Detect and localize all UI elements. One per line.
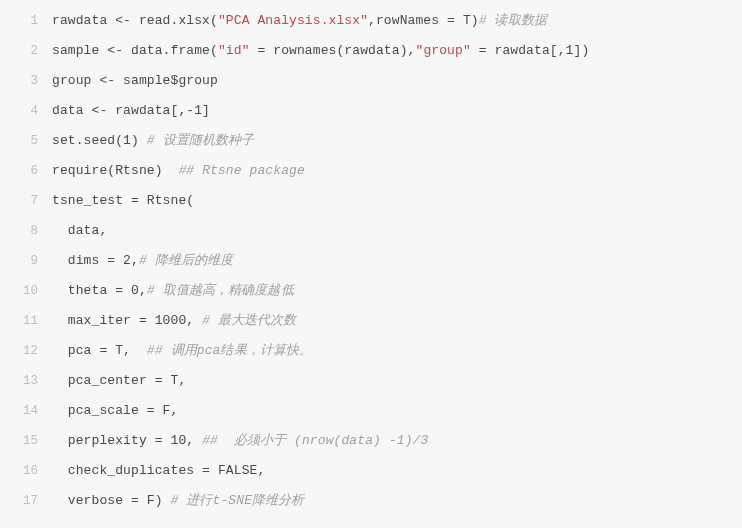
code-token: data,	[52, 223, 107, 238]
code-line: 5set.seed(1) # 设置随机数种子	[0, 126, 742, 156]
line-number: 15	[0, 427, 52, 456]
code-token: # 降维后的维度	[139, 253, 233, 268]
code-line: 8 data,	[0, 216, 742, 246]
line-number: 13	[0, 367, 52, 396]
code-content: verbose = F) # 进行t-SNE降维分析	[52, 486, 304, 515]
line-number: 6	[0, 157, 52, 186]
code-token: "PCA Analysis.xlsx"	[218, 13, 368, 28]
code-content: rawdata <- read.xlsx("PCA Analysis.xlsx"…	[52, 6, 547, 35]
code-content: data <- rawdata[,-1]	[52, 96, 210, 125]
code-token: ## Rtsne package	[178, 163, 304, 178]
code-line: 10 theta = 0,# 取值越高，精确度越低	[0, 276, 742, 306]
code-line: 3group <- sample$group	[0, 66, 742, 96]
code-token: group <- sample$group	[52, 73, 218, 88]
code-token: "group"	[415, 43, 470, 58]
code-content: sample <- data.frame("id" = rownames(raw…	[52, 36, 589, 65]
code-content: dims = 2,# 降维后的维度	[52, 246, 233, 275]
code-token: ## 必须小于 (nrow(data) -1)/3	[202, 433, 428, 448]
code-line: 4data <- rawdata[,-1]	[0, 96, 742, 126]
code-content: theta = 0,# 取值越高，精确度越低	[52, 276, 294, 305]
line-number: 1	[0, 7, 52, 36]
code-line: 14 pca_scale = F,	[0, 396, 742, 426]
code-line: 1rawdata <- read.xlsx("PCA Analysis.xlsx…	[0, 6, 742, 36]
code-token: ## 调用pca结果，计算快。	[147, 343, 312, 358]
code-token: ,rowNames = T)	[368, 13, 479, 28]
code-line: 7tsne_test = Rtsne(	[0, 186, 742, 216]
line-number: 17	[0, 487, 52, 516]
code-token: pca_scale = F,	[52, 403, 178, 418]
code-token: # 读取数据	[479, 13, 547, 28]
code-content: pca_center = T,	[52, 366, 186, 395]
code-content: set.seed(1) # 设置随机数种子	[52, 126, 254, 155]
code-token: check_duplicates = FALSE,	[52, 463, 265, 478]
code-content: pca = T, ## 调用pca结果，计算快。	[52, 336, 312, 365]
code-content: tsne_test = Rtsne(	[52, 186, 194, 215]
code-token: dims = 2,	[52, 253, 139, 268]
line-number: 7	[0, 187, 52, 216]
code-token: # 进行t-SNE降维分析	[171, 493, 305, 508]
code-token: # 设置随机数种子	[147, 133, 255, 148]
code-line: 9 dims = 2,# 降维后的维度	[0, 246, 742, 276]
line-number: 2	[0, 37, 52, 66]
code-token: max_iter = 1000,	[52, 313, 202, 328]
line-number: 8	[0, 217, 52, 246]
code-token: theta = 0,	[52, 283, 147, 298]
code-line: 12 pca = T, ## 调用pca结果，计算快。	[0, 336, 742, 366]
line-number: 9	[0, 247, 52, 276]
code-token: pca_center = T,	[52, 373, 186, 388]
code-line: 6require(Rtsne) ## Rtsne package	[0, 156, 742, 186]
code-token: # 取值越高，精确度越低	[147, 283, 294, 298]
code-token: set.seed(1)	[52, 133, 147, 148]
code-line: 13 pca_center = T,	[0, 366, 742, 396]
code-token: rawdata <- read.xlsx(	[52, 13, 218, 28]
code-content: data,	[52, 216, 107, 245]
line-number: 10	[0, 277, 52, 306]
line-number: 14	[0, 397, 52, 426]
code-content: group <- sample$group	[52, 66, 218, 95]
code-token: sample <- data.frame(	[52, 43, 218, 58]
code-token: "id"	[218, 43, 250, 58]
line-number: 12	[0, 337, 52, 366]
code-token: verbose = F)	[52, 493, 171, 508]
line-number: 3	[0, 67, 52, 96]
code-token: # 最大迭代次数	[202, 313, 296, 328]
code-line: 16 check_duplicates = FALSE,	[0, 456, 742, 486]
code-token: = rownames(rawdata),	[250, 43, 416, 58]
line-number: 5	[0, 127, 52, 156]
code-token: data <- rawdata[,-1]	[52, 103, 210, 118]
code-content: pca_scale = F,	[52, 396, 178, 425]
code-token: perplexity = 10,	[52, 433, 202, 448]
code-content: perplexity = 10, ## 必须小于 (nrow(data) -1)…	[52, 426, 428, 455]
line-number: 4	[0, 97, 52, 126]
code-token: = rawdata[,1])	[471, 43, 590, 58]
code-line: 15 perplexity = 10, ## 必须小于 (nrow(data) …	[0, 426, 742, 456]
code-content: require(Rtsne) ## Rtsne package	[52, 156, 305, 185]
code-content: check_duplicates = FALSE,	[52, 456, 265, 485]
code-block: 1rawdata <- read.xlsx("PCA Analysis.xlsx…	[0, 0, 742, 522]
code-token: tsne_test = Rtsne(	[52, 193, 194, 208]
code-content: max_iter = 1000, # 最大迭代次数	[52, 306, 297, 335]
line-number: 16	[0, 457, 52, 486]
code-line: 2sample <- data.frame("id" = rownames(ra…	[0, 36, 742, 66]
line-number: 11	[0, 307, 52, 336]
code-line: 17 verbose = F) # 进行t-SNE降维分析	[0, 486, 742, 516]
code-token: require(Rtsne)	[52, 163, 178, 178]
code-line: 11 max_iter = 1000, # 最大迭代次数	[0, 306, 742, 336]
code-token: pca = T,	[52, 343, 147, 358]
